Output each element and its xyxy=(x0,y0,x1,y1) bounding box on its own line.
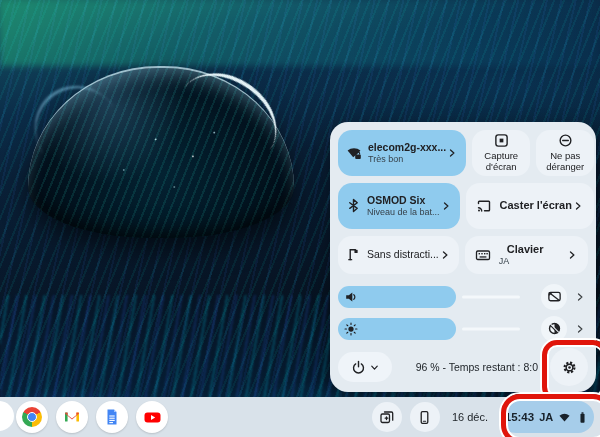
shelf-status-area: 16 déc. 15:43 JA xyxy=(372,401,600,433)
power-icon xyxy=(351,360,366,375)
screen-capture-icon xyxy=(379,409,395,425)
wifi-signal-quality: Très bon xyxy=(368,154,446,165)
screen-capture-tile[interactable]: Capture d'écran xyxy=(472,130,530,176)
chevron-right-icon xyxy=(440,200,452,212)
brightness-slider[interactable] xyxy=(338,318,520,340)
gmail-icon xyxy=(63,408,81,426)
wifi-network-name: elecom2g-xxx... xyxy=(368,141,446,154)
volume-icon xyxy=(344,290,358,304)
volume-slider-remainder xyxy=(462,295,520,298)
battery-status-icon xyxy=(576,411,589,424)
wifi-lock-icon xyxy=(346,145,362,161)
gmail-app-button[interactable] xyxy=(56,401,88,433)
focus-mode-label: Sans distracti... xyxy=(367,248,439,261)
bluetooth-tile-text: OSMOD Six Niveau de la bat... xyxy=(367,194,440,218)
bluetooth-tile[interactable]: OSMOD Six Niveau de la bat... xyxy=(338,183,460,229)
keyboard-layout: JA xyxy=(499,256,544,267)
volume-slider-row xyxy=(338,286,588,308)
phone-hub-button[interactable] xyxy=(410,402,440,432)
wifi-tile[interactable]: elecom2g-xxx... Très bon xyxy=(338,130,466,176)
caption-off-icon xyxy=(547,289,562,304)
screenshot-icon xyxy=(494,133,509,148)
screen-capture-shelf-button[interactable] xyxy=(372,402,402,432)
keyboard-label: Clavier xyxy=(507,243,544,257)
status-tray[interactable]: 15:43 JA xyxy=(500,401,594,433)
chevron-down-icon xyxy=(369,362,380,373)
brightness-icon xyxy=(344,322,358,336)
wifi-status-icon xyxy=(558,411,571,424)
cast-screen-tile[interactable]: Caster l'écran xyxy=(466,183,594,229)
volume-slider[interactable] xyxy=(338,286,520,308)
bluetooth-device-name: OSMOD Six xyxy=(367,194,440,207)
power-menu-button[interactable] xyxy=(338,352,392,382)
quick-settings-row-3: Sans distracti... Clavier JA xyxy=(338,236,588,274)
keyboard-icon xyxy=(475,247,491,263)
youtube-icon xyxy=(143,408,162,427)
shelf: 16 déc. 15:43 JA xyxy=(0,397,600,437)
settings-gear-icon xyxy=(561,359,578,376)
settings-button[interactable] xyxy=(550,348,588,386)
cast-icon xyxy=(476,198,492,214)
youtube-app-button[interactable] xyxy=(136,401,168,433)
quick-settings-footer: 96 % - Temps restant : 8:0 xyxy=(338,350,588,384)
phone-icon xyxy=(417,410,432,425)
chrome-icon xyxy=(22,407,42,427)
chrome-app-button[interactable] xyxy=(16,401,48,433)
cast-screen-label: Caster l'écran xyxy=(500,199,572,213)
battery-status-text: 96 % - Temps restant : 8:0 xyxy=(416,361,538,373)
docs-app-button[interactable] xyxy=(96,401,128,433)
wifi-tile-text: elecom2g-xxx... Très bon xyxy=(368,141,446,165)
clock-text: 15:43 xyxy=(505,411,534,423)
quick-settings-row-1: elecom2g-xxx... Très bon Capture d'écran xyxy=(338,130,588,176)
audio-settings-chevron-icon[interactable] xyxy=(574,291,586,303)
input-method-badge: JA xyxy=(539,411,553,423)
screen-capture-label: Capture d'écran xyxy=(472,151,530,173)
sans-distraction-icon xyxy=(346,247,361,262)
shelf-apps xyxy=(16,401,168,433)
bluetooth-icon xyxy=(346,198,361,213)
water-droplet xyxy=(28,66,294,238)
chevron-right-icon xyxy=(572,200,584,212)
do-not-disturb-tile[interactable]: Ne pas déranger xyxy=(536,130,594,176)
brightness-slider-fill xyxy=(338,318,456,340)
chevron-right-icon xyxy=(446,147,458,159)
docs-icon xyxy=(103,408,121,426)
bluetooth-battery-level: Niveau de la bat... xyxy=(367,207,440,218)
launcher-button[interactable] xyxy=(0,401,14,431)
live-caption-toggle-button[interactable] xyxy=(541,284,567,310)
do-not-disturb-label: Ne pas déranger xyxy=(536,151,594,173)
brightness-slider-remainder xyxy=(462,327,520,330)
quick-settings-panel: elecom2g-xxx... Très bon Capture d'écran xyxy=(330,122,596,392)
chevron-right-icon xyxy=(439,249,451,261)
do-not-disturb-icon xyxy=(558,133,573,148)
display-settings-chevron-icon[interactable] xyxy=(574,323,586,335)
focus-mode-tile[interactable]: Sans distracti... xyxy=(338,236,459,274)
chevron-right-icon xyxy=(566,249,578,261)
quick-settings-row-2: OSMOD Six Niveau de la bat... Caster l'é… xyxy=(338,183,588,229)
volume-slider-fill xyxy=(338,286,456,308)
keyboard-tile-text: Clavier JA xyxy=(499,243,544,268)
night-light-off-icon xyxy=(547,321,562,336)
date-text: 16 déc. xyxy=(452,411,488,423)
brightness-slider-row xyxy=(338,318,588,340)
keyboard-tile[interactable]: Clavier JA xyxy=(465,236,588,274)
night-light-toggle-button[interactable] xyxy=(541,316,567,342)
